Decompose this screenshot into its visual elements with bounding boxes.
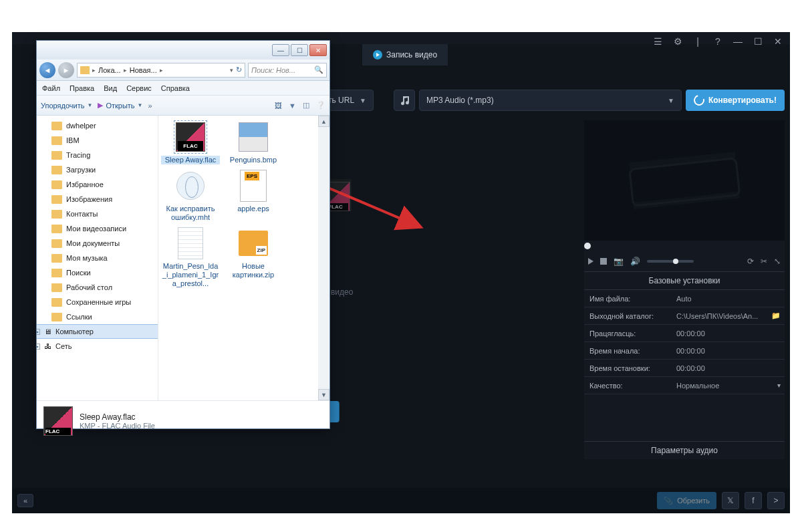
cut-icon[interactable]: ✂ <box>761 257 767 266</box>
expand-icon[interactable]: ▸ <box>37 329 40 335</box>
maximize-icon[interactable]: ☐ <box>751 35 765 48</box>
sidebar-item[interactable]: Мои документы <box>37 236 158 251</box>
organize-button[interactable]: Упорядочить ▼ <box>41 102 92 110</box>
titlebar[interactable]: — ☐ ✕ <box>37 41 329 59</box>
app-footer: « 📎Обрезить 𝕏 f > <box>12 488 790 513</box>
expand-icon[interactable]: ▸ <box>37 344 40 350</box>
back-button[interactable]: ◄ <box>39 62 55 78</box>
outdir-label: Выходной каталог: <box>584 312 672 320</box>
open-button[interactable]: ▶Открыть ▼ <box>98 101 142 110</box>
sidebar-item[interactable]: Моя музыка <box>37 251 158 265</box>
menu-edit[interactable]: Правка <box>70 84 94 92</box>
sidebar-label: Моя музыка <box>66 254 108 262</box>
file-grid[interactable]: Sleep Away.flacPenguins.bmpКак исправить… <box>158 116 318 400</box>
nav-tree[interactable]: dwhelperIBMTracingЗагрузкиИзбранноеИзобр… <box>37 116 158 400</box>
file-item[interactable]: Penguins.bmp <box>224 120 283 164</box>
folder-icon[interactable]: 📁 <box>771 311 781 320</box>
minimize-icon[interactable]: — <box>731 35 745 48</box>
chevron-down-icon[interactable]: ▾ <box>230 67 233 74</box>
breadcrumb[interactable]: ▸ Лока... ▸ Новая... ▸ ▾ ↻ <box>77 63 245 78</box>
seek-slider[interactable] <box>584 241 785 251</box>
refresh-icon[interactable]: ↻ <box>236 65 242 74</box>
preview-pane-icon[interactable]: ◫ <box>303 101 309 110</box>
sidebar-item[interactable]: Загрузки <box>37 162 158 177</box>
file-label: apple.eps <box>224 205 283 213</box>
sidebar-item[interactable]: Рабочий стол <box>37 280 158 295</box>
sidebar-item[interactable]: IBM <box>37 133 158 148</box>
camera-icon[interactable]: 📷 <box>614 257 624 266</box>
file-label: Sleep Away.flac <box>161 156 220 164</box>
sidebar-item[interactable]: Сохраненные игры <box>37 295 158 309</box>
start-value[interactable]: 00:00:00 <box>672 347 785 355</box>
twitter-icon[interactable]: 𝕏 <box>722 492 739 509</box>
menu-service[interactable]: Сервис <box>126 84 152 92</box>
folder-icon <box>51 180 62 189</box>
close-button[interactable]: ✕ <box>309 44 327 56</box>
loop-icon[interactable]: ⟳ <box>747 257 754 266</box>
quality-label: Качество: <box>584 382 672 390</box>
sidebar-label: Контакты <box>66 210 98 218</box>
facebook-icon[interactable]: f <box>745 492 762 509</box>
sidebar-item[interactable]: Ссылки <box>37 309 158 324</box>
folder-icon <box>51 269 62 277</box>
stop-value[interactable]: 00:00:00 <box>672 364 785 372</box>
stop-icon[interactable] <box>600 258 607 265</box>
sidebar-item[interactable]: Поиски <box>37 265 158 280</box>
more-button[interactable]: » <box>148 102 152 110</box>
music-icon[interactable] <box>394 90 415 111</box>
scrollbar[interactable]: ▲ ▼ <box>318 116 329 400</box>
sidebar-item-computer[interactable]: ▸🖥Компьютер <box>37 324 158 339</box>
file-item[interactable]: Новые картинки.zip <box>224 226 283 288</box>
volume-icon[interactable]: 🔊 <box>630 257 640 266</box>
forward-button[interactable]: ► <box>58 62 74 78</box>
outdir-value[interactable]: C:\Users\ПК\Videos\An...📁 <box>672 311 785 320</box>
minimize-button[interactable]: — <box>272 44 289 56</box>
close-icon[interactable]: ✕ <box>771 35 785 48</box>
scroll-up-icon[interactable]: ▲ <box>318 116 329 127</box>
crumb[interactable]: Лока... <box>98 66 121 74</box>
filename-value[interactable]: Auto <box>672 295 785 303</box>
sidebar-item[interactable]: Изображения <box>37 192 158 207</box>
help-icon[interactable]: ❔ <box>316 101 325 110</box>
play-icon[interactable] <box>588 258 593 265</box>
start-label: Время начала: <box>584 347 672 355</box>
tab-record-video[interactable]: Запись видео <box>362 44 448 65</box>
filename-label: Имя файла: <box>584 295 672 303</box>
sidebar-item-network[interactable]: ▸🖧Сеть <box>37 339 158 354</box>
crumb[interactable]: Новая... <box>130 66 157 74</box>
search-input[interactable]: Поиск: Нов... 🔍 <box>248 63 327 78</box>
convert-button[interactable]: Конвертировать! <box>686 90 785 111</box>
file-item[interactable]: Sleep Away.flac <box>161 120 220 164</box>
sidebar-item[interactable]: Tracing <box>37 148 158 162</box>
scroll-down-icon[interactable]: ▼ <box>318 389 329 400</box>
share-icon[interactable]: > <box>767 492 785 509</box>
file-item[interactable]: apple.eps <box>224 168 283 222</box>
help-icon[interactable]: ? <box>711 35 724 48</box>
audio-params-title[interactable]: Параметры аудио <box>584 441 785 459</box>
menu-file[interactable]: Файл <box>42 84 60 92</box>
button-label: Конвертировать! <box>708 96 777 105</box>
quality-value[interactable]: Нормальное▾ <box>672 382 785 390</box>
window-controls: ☰ ⚙ | ? — ☐ ✕ <box>651 35 785 48</box>
file-item[interactable]: Martin_Pesn_lda_i_plameni_1_Igra_prestol… <box>161 226 220 288</box>
menu-view[interactable]: Вид <box>104 84 117 92</box>
volume-slider[interactable] <box>647 260 694 263</box>
sidebar-item[interactable]: Избранное <box>37 177 158 192</box>
preview-viewport <box>584 120 785 241</box>
merge-button[interactable]: 📎Обрезить <box>657 492 716 509</box>
format-toolbar: ть URL ▼ MP3 Audio (*.mp3) ▼ Конвертиров… <box>321 88 785 112</box>
gear-icon[interactable]: ⚙ <box>671 35 684 48</box>
sidebar-item[interactable]: Мои видеозаписи <box>37 221 158 236</box>
list-icon[interactable]: ☰ <box>651 35 664 48</box>
sidebar-item[interactable]: Контакты <box>37 207 158 221</box>
menu-help[interactable]: Справка <box>161 84 190 92</box>
sidebar-item[interactable]: dwhelper <box>37 118 158 133</box>
output-format-select[interactable]: MP3 Audio (*.mp3) ▼ <box>419 90 682 111</box>
file-icon <box>43 406 73 436</box>
file-item[interactable]: Как исправить ошибку.mht <box>161 168 220 222</box>
expand-left-icon[interactable]: « <box>17 494 33 507</box>
view-icon[interactable]: 🖼 <box>275 102 282 110</box>
slider-thumb[interactable] <box>584 243 591 249</box>
expand-icon[interactable]: ⤡ <box>774 257 781 266</box>
maximize-button[interactable]: ☐ <box>291 44 308 56</box>
